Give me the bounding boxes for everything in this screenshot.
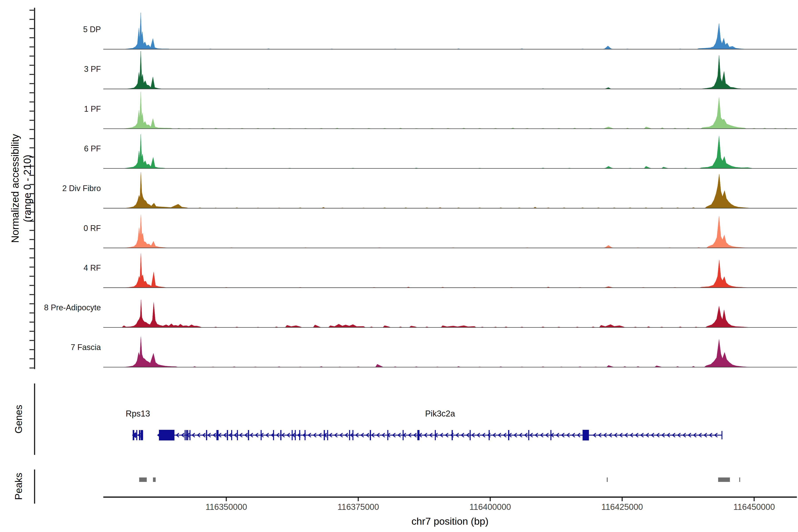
exon-tick [402,430,404,440]
exon-tick [133,430,134,440]
y-axis-tick [30,285,34,286]
y-axis-tick [30,322,34,323]
exon-tick [292,430,293,440]
exon-tick [186,430,187,440]
y-axis-tick [30,303,34,304]
exon-tick [142,430,143,440]
x-axis-tick [622,498,623,501]
exon-block [159,430,174,440]
exon-tick [489,430,490,440]
peaks-section-label: Peaks [13,473,24,500]
exon-tick [305,430,306,440]
peaks-bracket [34,470,35,504]
exon-tick [139,430,140,440]
coverage-area [124,13,746,49]
x-axis-line [103,496,797,498]
y-axis-tick [30,294,34,295]
x-axis-tick [754,498,755,501]
peak-interval [718,477,730,482]
y-axis-tick [30,120,34,121]
exon-tick [327,430,328,440]
exon-tick [435,430,436,440]
coverage-area [125,172,752,208]
coverage-area [125,51,744,89]
exon-tick [299,430,300,440]
y-axis-tick [30,276,34,277]
y-axis-tick [30,312,34,314]
coverage-area [125,215,749,248]
exon-tick [261,430,262,440]
track-label: 0 RF [34,224,101,233]
track-label: 6 PF [34,144,101,153]
coverage-area [125,253,749,288]
y-axis-tick [30,65,34,66]
y-axis-tick [30,349,34,350]
exon-tick [528,430,529,440]
exon-tick [295,430,296,440]
coverage-area [124,134,759,169]
x-axis-tick [490,498,491,501]
exon-tick [452,430,453,440]
exon-tick [216,430,218,440]
x-axis-tick-label: 116450000 [733,502,775,512]
exon-tick [417,430,420,440]
coverage-area [122,300,750,327]
x-axis-tick-label: 116350000 [206,502,247,512]
x-axis-tick-label: 116425000 [601,502,643,512]
genome-tracks-figure: Normalized accessibility (range 0 - 210)… [0,0,798,532]
y-axis-label-line1: Normalized accessibility [9,134,21,243]
genes-bracket [34,383,35,455]
exon-tick [231,430,232,440]
exon-tick [353,430,354,440]
gene-terminal-bar [722,431,722,439]
y-axis-tick [30,28,34,29]
y-axis-tick [30,111,34,112]
exon-tick [187,430,188,440]
track-label: 2 Div Fibro [34,184,101,193]
coverage-plot-canvas [0,0,798,532]
exon-tick [550,430,551,440]
peak-interval [739,477,740,482]
x-axis-tick-label: 116375000 [337,502,379,512]
coverage-area [124,92,795,129]
y-axis-tick [30,258,34,259]
exon-tick [136,430,137,440]
y-axis-label: Normalized accessibility (range 0 - 210) [9,134,34,243]
peak-interval [607,477,608,482]
gene-name-label: Pik3c2a [425,409,455,418]
y-axis-tick [30,331,34,332]
track-label: 1 PF [34,104,101,114]
exon-tick [470,430,471,440]
y-axis-tick [30,10,34,11]
exon-tick [273,430,274,440]
y-axis-tick [30,56,34,57]
y-axis-tick [30,37,34,38]
exon-tick [387,430,388,440]
exon-tick [280,430,281,440]
exon-tick [237,430,238,440]
peak-interval [139,477,147,482]
exon-tick [248,430,249,440]
exon-tick [349,430,350,440]
y-axis-tick [30,101,34,102]
exon-block [583,430,589,440]
track-label: 3 PF [34,64,101,74]
y-axis-tick [30,83,34,84]
y-axis-tick [30,74,34,75]
exon-tick [324,430,325,440]
x-axis-title: chr7 position (bp) [412,516,489,527]
track-label: 4 RF [34,263,101,273]
y-axis-tick [30,46,34,48]
x-axis-tick [358,498,359,501]
exon-tick [370,430,371,440]
y-axis-tick [30,129,34,130]
x-axis-tick [226,498,227,501]
track-label: 5 DP [34,25,101,34]
y-axis-tick [30,19,34,20]
exon-tick [190,430,191,440]
exon-tick [185,430,186,440]
y-axis-tick [30,92,34,93]
track-label: 7 Fascia [34,343,101,352]
y-axis-tick [30,358,34,359]
track-label: 8 Pre-Adipocyte [34,303,101,312]
